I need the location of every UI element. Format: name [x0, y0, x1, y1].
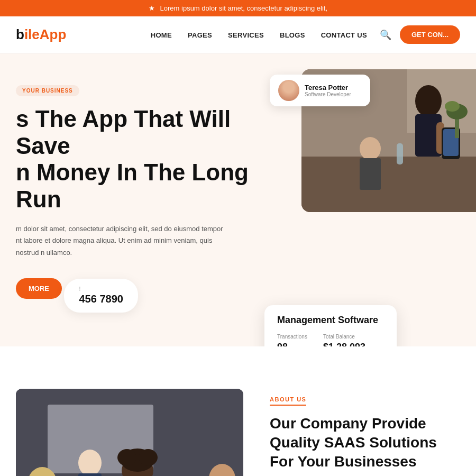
- hero-more-button[interactable]: MORE: [16, 278, 62, 299]
- banner-text: Lorem ipsum dolor sit amet, consectetur …: [160, 4, 327, 12]
- teresa-card: Teresa Potter Software Developer: [270, 75, 370, 106]
- hero-badge: YOUR BUSINESS: [16, 85, 79, 96]
- balance-stat: Total Balance $1,28,093: [323, 334, 365, 346]
- mgmt-stats: Transactions 98 Total Balance $1,28,093: [277, 334, 384, 346]
- transactions-stat: Transactions 98: [277, 334, 307, 346]
- search-button[interactable]: 🔍: [380, 29, 391, 41]
- main-nav: HOME PAGES SERVICES BLOGS CONTACT US: [151, 30, 367, 40]
- svg-point-4: [415, 85, 442, 117]
- management-card: Management Software Transactions 98 Tota…: [264, 305, 397, 346]
- teresa-name: Teresa Potter: [305, 84, 351, 91]
- teresa-role: Software Developer: [305, 91, 351, 97]
- hero-phone-card: ! 456 7890: [64, 279, 138, 313]
- svg-rect-10: [360, 158, 381, 190]
- svg-point-27: [117, 449, 136, 466]
- logo-suffix: App: [40, 26, 67, 42]
- get-contact-button[interactable]: GET CON...: [400, 25, 460, 44]
- about-image: [16, 389, 243, 476]
- avatar: [278, 80, 299, 101]
- balance-value: $1,28,093: [323, 342, 365, 346]
- hero-description: m dolor sit amet, consectetur adipiscing…: [16, 223, 227, 258]
- hero-title-line2: n Money In The Long Run: [16, 159, 249, 212]
- nav-contact-link[interactable]: CONTACT US: [321, 31, 367, 39]
- hero-title: s The App That Will Save n Money In The …: [16, 106, 270, 213]
- logo: bileApp: [16, 26, 66, 43]
- nav-services-link[interactable]: SERVICES: [228, 31, 264, 39]
- hero-right: Teresa Potter Software Developer: [254, 53, 476, 346]
- svg-rect-1: [301, 154, 476, 212]
- svg-point-23: [78, 450, 102, 476]
- search-icon: 🔍: [380, 30, 391, 40]
- teresa-info: Teresa Potter Software Developer: [305, 84, 351, 97]
- about-section: ABOUT US Our Company Provide Quality SAA…: [0, 346, 476, 476]
- about-title: Our Company Provide Quality SAAS Solutio…: [270, 414, 460, 472]
- nav-home-link[interactable]: HOME: [151, 31, 172, 39]
- banner-star: ★: [149, 4, 155, 12]
- svg-point-14: [445, 101, 460, 112]
- svg-point-28: [139, 449, 158, 466]
- nav-pages[interactable]: PAGES: [188, 30, 212, 40]
- svg-rect-11: [397, 143, 403, 164]
- nav-pages-link[interactable]: PAGES: [188, 31, 212, 39]
- hero-section: YOUR BUSINESS s The App That Will Save n…: [0, 53, 476, 346]
- hero-phone-number: 456 7890: [79, 293, 123, 305]
- about-content: ABOUT US Our Company Provide Quality SAA…: [270, 389, 460, 476]
- header-actions: 🔍 GET CON...: [380, 25, 460, 44]
- mgmt-card-title: Management Software: [277, 315, 384, 326]
- header: bileApp HOME PAGES SERVICES BLOGS CONTAC…: [0, 16, 476, 53]
- nav-contact[interactable]: CONTACT US: [321, 30, 367, 40]
- nav-services[interactable]: SERVICES: [228, 30, 264, 40]
- hero-phone-label: !: [79, 286, 80, 292]
- logo-highlight: ile: [24, 26, 40, 42]
- top-banner: ★ Lorem ipsum dolor sit amet, consectetu…: [0, 0, 476, 16]
- logo-prefix: b: [16, 26, 24, 42]
- transactions-label: Transactions: [277, 334, 307, 340]
- transactions-value: 98: [277, 342, 307, 346]
- about-badge: ABOUT US: [270, 396, 306, 406]
- nav-blogs-link[interactable]: BLOGS: [280, 31, 305, 39]
- svg-point-9: [360, 137, 381, 160]
- hero-title-line1: s The App That Will Save: [16, 106, 231, 159]
- svg-rect-24: [78, 473, 102, 476]
- balance-label: Total Balance: [323, 334, 365, 340]
- nav-blogs[interactable]: BLOGS: [280, 30, 305, 40]
- nav-home[interactable]: HOME: [151, 30, 172, 40]
